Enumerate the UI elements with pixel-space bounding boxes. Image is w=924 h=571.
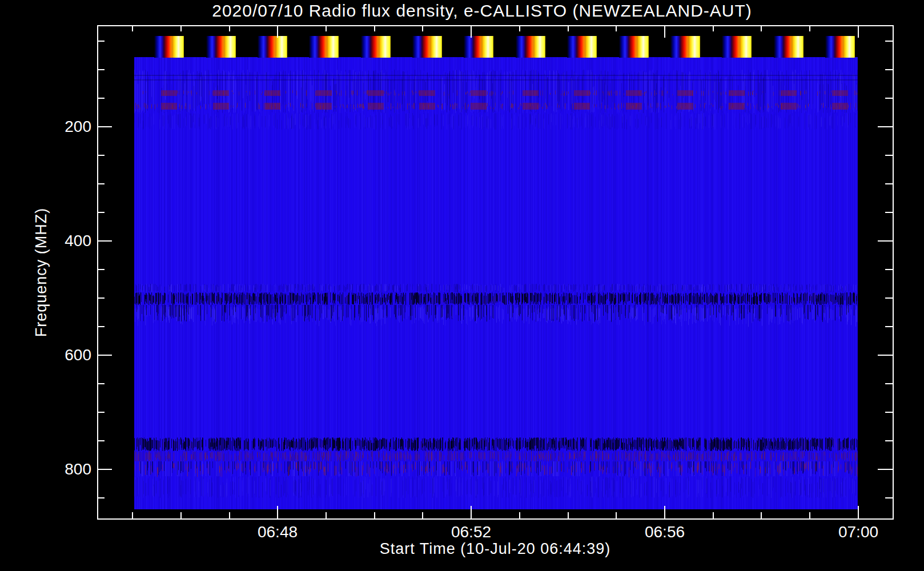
y-minor-tick-right [885,69,893,70]
y-major-tick [97,240,112,242]
x-minor-tick [761,512,762,518]
x-minor-tick-top [374,25,375,31]
x-minor-tick-top [809,25,810,31]
y-major-tick [97,469,112,470]
y-minor-tick-right [885,383,893,384]
x-minor-tick-top [229,25,230,31]
y-minor-tick-right [885,269,893,270]
y-minor-tick [97,297,105,299]
x-tick-label: 06:56 [645,523,685,541]
x-minor-tick [713,512,714,518]
y-tick-label: 400 [65,232,91,250]
y-minor-tick-right [885,98,893,99]
x-minor-tick-top [326,25,327,31]
x-minor-tick [568,512,569,518]
y-tick-label: 600 [65,346,91,364]
y-minor-tick [97,497,105,498]
y-minor-tick [97,383,105,384]
y-minor-tick [97,155,105,156]
x-minor-tick-top [616,25,617,31]
y-tick-label: 200 [65,118,91,136]
x-major-tick [858,506,859,518]
y-minor-tick-right [885,155,893,156]
x-major-tick [277,506,278,518]
y-minor-tick [97,98,105,99]
y-minor-tick [97,440,105,441]
x-minor-tick [519,512,520,518]
x-major-tick-top [858,25,859,38]
x-minor-tick [132,512,133,518]
y-minor-tick-right [885,412,893,413]
x-minor-tick [616,512,617,518]
y-minor-tick-right [885,440,893,441]
y-minor-tick-right [885,326,893,327]
y-minor-tick-right [885,212,893,213]
y-minor-tick [97,212,105,213]
x-minor-tick [422,512,423,518]
y-major-tick [97,126,112,127]
y-minor-tick [97,326,105,327]
y-minor-tick [97,183,105,184]
plot-title: 2020/07/10 Radio flux density, e-CALLIST… [212,1,752,21]
x-major-tick-top [471,25,472,38]
x-minor-tick [374,512,375,518]
x-minor-tick-top [519,25,520,31]
y-minor-tick [97,41,105,42]
x-minor-tick-top [180,25,182,31]
x-minor-tick-top [422,25,423,31]
y-major-tick [97,355,112,356]
x-minor-tick-top [132,25,133,31]
y-minor-tick [97,412,105,413]
y-major-tick-right [878,126,893,127]
y-minor-tick-right [885,297,893,299]
y-minor-tick [97,269,105,270]
x-axis-label: Start Time (10-Jul-20 06:44:39) [380,540,611,558]
x-major-tick [471,506,472,518]
plot-frame [97,25,894,520]
x-tick-label: 07:00 [838,523,878,541]
y-major-tick-right [878,355,893,356]
y-minor-tick-right [885,497,893,498]
y-major-tick-right [878,469,893,470]
x-minor-tick-top [761,25,762,31]
y-major-tick-right [878,240,893,242]
x-minor-tick [809,512,810,518]
x-minor-tick-top [568,25,569,31]
x-minor-tick [229,512,230,518]
x-major-tick-top [664,25,665,38]
x-major-tick [664,506,665,518]
y-tick-label: 800 [65,460,91,478]
y-minor-tick-right [885,41,893,42]
x-minor-tick [326,512,327,518]
x-minor-tick [180,512,182,518]
x-tick-label: 06:52 [451,523,491,541]
y-minor-tick [97,69,105,70]
y-axis-label: Frequency (MHZ) [33,208,50,337]
x-tick-label: 06:48 [258,523,298,541]
x-major-tick-top [277,25,278,38]
spectrogram-figure: 2020/07/10 Radio flux density, e-CALLIST… [0,0,924,571]
x-minor-tick-top [713,25,714,31]
y-minor-tick-right [885,183,893,184]
